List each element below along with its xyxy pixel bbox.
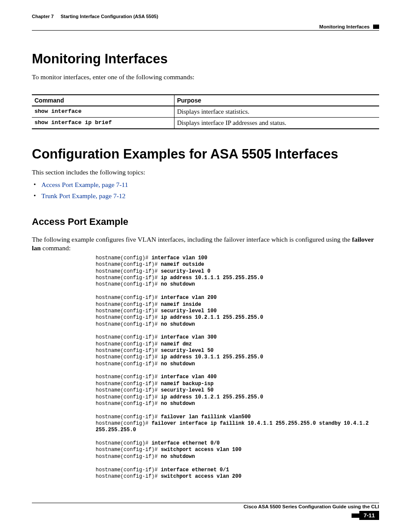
- config-intro-text: This section includes the following topi…: [32, 168, 379, 177]
- header-section-label: Monitoring Interfaces: [319, 24, 370, 29]
- badge-stub-icon: [352, 513, 359, 518]
- list-item: Trunk Port Example, page 7-12: [32, 190, 379, 202]
- table-cell-command: show interface ip brief: [32, 117, 174, 129]
- page-number: 7-11: [359, 511, 379, 520]
- command-table: Command Purpose show interface Displays …: [32, 94, 379, 129]
- table-cell-command: show interface: [32, 106, 174, 118]
- list-item: Access Port Example, page 7-11: [32, 179, 379, 190]
- page-header: Chapter 7 Starting Interface Configurati…: [32, 12, 379, 31]
- code-example: hostname(config)# interface vlan 100 hos…: [96, 255, 379, 480]
- chapter-label: Chapter 7: [32, 14, 54, 19]
- table-cell-purpose: Displays interface IP addresses and stat…: [174, 117, 379, 129]
- table-header-command: Command: [32, 95, 174, 106]
- chapter-title: Starting Interface Configuration (ASA 55…: [61, 14, 158, 19]
- page-footer: Cisco ASA 5500 Series Configuration Guid…: [32, 503, 379, 520]
- page-number-badge: 7-11: [352, 511, 379, 520]
- footer-doc-title: Cisco ASA 5500 Series Configuration Guid…: [243, 504, 379, 509]
- heading-configuration-examples: Configuration Examples for ASA 5505 Inte…: [32, 146, 379, 162]
- access-intro-pre: The following example configures five VL…: [32, 236, 352, 243]
- table-row: show interface ip brief Displays interfa…: [32, 117, 379, 129]
- access-intro-text: The following example configures five VL…: [32, 235, 379, 252]
- heading-monitoring-interfaces: Monitoring Interfaces: [32, 51, 379, 67]
- topics-list: Access Port Example, page 7-11 Trunk Por…: [32, 179, 379, 202]
- table-cell-purpose: Displays interface statistics.: [174, 106, 379, 118]
- link-trunk-port-example[interactable]: Trunk Port Example, page 7-12: [41, 192, 125, 199]
- header-marker-icon: [373, 25, 379, 29]
- link-access-port-example[interactable]: Access Port Example, page 7-11: [41, 181, 128, 188]
- table-row: show interface Displays interface statis…: [32, 106, 379, 118]
- header-chapter: Chapter 7 Starting Interface Configurati…: [32, 12, 158, 19]
- monitoring-intro-text: To monitor interfaces, enter one of the …: [32, 73, 379, 81]
- heading-access-port-example: Access Port Example: [32, 216, 379, 227]
- table-header-purpose: Purpose: [174, 95, 379, 106]
- access-intro-post: command:: [41, 244, 71, 252]
